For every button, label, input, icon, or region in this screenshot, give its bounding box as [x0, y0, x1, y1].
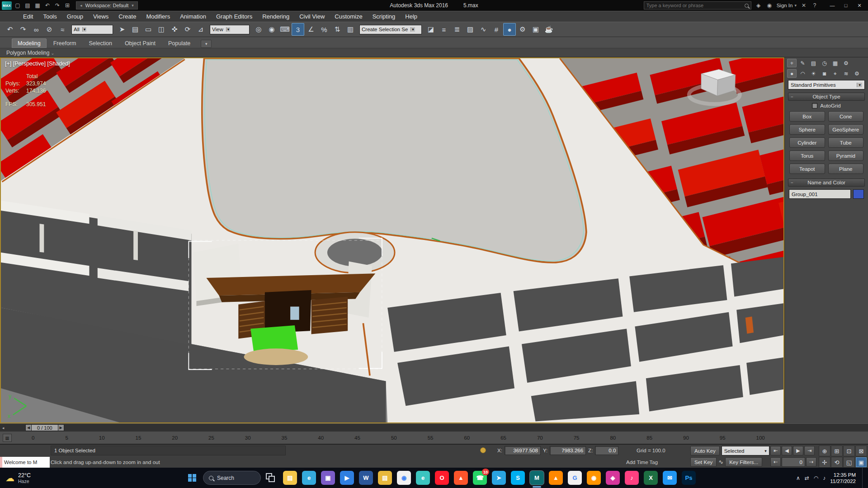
keyboard-override-icon[interactable]: ⌨ — [278, 23, 291, 36]
menu-item[interactable]: Group — [62, 11, 88, 22]
reference-coordinate-dropdown[interactable]: View — [210, 25, 250, 34]
help-icon[interactable]: ? — [810, 1, 819, 10]
volume-icon[interactable]: ♪ — [823, 475, 826, 481]
shapes-icon[interactable]: ◠ — [798, 69, 807, 78]
go-end-icon[interactable]: ⇥ — [804, 446, 815, 455]
object-type-button[interactable]: GeoSphere — [828, 124, 864, 135]
next-key-icon[interactable]: ⇢ — [806, 457, 816, 467]
pan-icon[interactable]: ✢ — [819, 457, 830, 468]
select-by-name-icon[interactable]: ▤ — [129, 23, 142, 36]
modify-tab-icon[interactable]: ✎ — [798, 59, 807, 67]
object-type-button[interactable]: Tube — [828, 137, 864, 148]
menu-item[interactable]: Animation — [175, 11, 211, 22]
object-type-button[interactable]: Cone — [828, 111, 864, 122]
task-view-button[interactable] — [264, 471, 278, 485]
window-crossing-icon[interactable]: ◫ — [155, 23, 168, 36]
save-file-icon[interactable]: ▦ — [33, 1, 42, 10]
taskbar-app[interactable]: ➤ — [492, 471, 506, 485]
display-tab-icon[interactable]: ▦ — [830, 59, 840, 67]
mini-curve-editor-icon[interactable]: ▦ — [3, 434, 12, 442]
show-desktop-button[interactable] — [862, 468, 864, 488]
search-icon[interactable] — [745, 4, 749, 8]
selection-filter-dropdown[interactable]: All — [71, 25, 113, 34]
ribbon-tab[interactable]: Freeform — [47, 38, 82, 48]
align-icon[interactable]: ≡ — [438, 23, 450, 36]
name-color-rollout[interactable]: − Name and Color — [788, 178, 865, 187]
angle-snap-icon[interactable]: ∠ — [305, 23, 317, 36]
object-type-rollout[interactable]: − Object Type — [788, 93, 865, 101]
zoom-all-icon[interactable]: ⊞ — [831, 446, 843, 456]
menu-item[interactable]: Rendering — [257, 11, 294, 22]
start-button[interactable] — [184, 470, 200, 486]
material-editor-icon[interactable]: ● — [503, 23, 516, 36]
motion-tab-icon[interactable]: ◷ — [820, 59, 829, 67]
key-filters-button[interactable]: Key Filters... — [725, 457, 762, 467]
polygon-modeling-panel[interactable]: Polygon Modeling — [6, 50, 55, 56]
ribbon-tab[interactable]: Populate — [162, 38, 196, 48]
taskbar-clock[interactable]: 12:35 PM 11/27/2022 — [830, 472, 856, 484]
taskbar-app[interactable]: ▣ — [321, 471, 335, 485]
taskbar-app[interactable]: G — [568, 471, 582, 485]
taskbar-app[interactable]: O — [435, 471, 449, 485]
workspace-prev-icon[interactable]: ◂ — [80, 3, 82, 8]
taskbar-app[interactable]: ◉ — [397, 471, 411, 485]
taskbar-app[interactable]: ◉ — [587, 471, 601, 485]
zoom-region-icon[interactable]: ⊠ — [855, 446, 867, 456]
undo-icon[interactable]: ↶ — [43, 1, 52, 10]
redo-icon[interactable]: ↷ — [17, 23, 29, 36]
ribbon-tab[interactable]: Selection — [83, 38, 118, 48]
taskbar-app[interactable]: ▤ — [283, 471, 297, 485]
x-coordinate-field[interactable]: 36977.508 — [505, 446, 541, 455]
menu-item[interactable]: Customize — [330, 11, 367, 22]
autogrid-checkbox[interactable] — [812, 103, 817, 108]
create-tab-icon[interactable]: + — [787, 59, 797, 67]
menu-item[interactable]: Create — [113, 11, 141, 22]
taskbar-app[interactable]: Ps — [682, 471, 696, 485]
z-coordinate-field[interactable]: 0.0 — [595, 446, 618, 455]
systems-icon[interactable]: ⚙ — [852, 69, 862, 78]
y-coordinate-field[interactable]: 7983.266 — [550, 446, 586, 455]
taskbar-app[interactable]: S — [511, 471, 525, 485]
unlink-icon[interactable]: ⊘ — [43, 23, 56, 36]
perspective-viewport[interactable]: x y [+] [Perspective] [Shaded] Total Pol… — [0, 57, 784, 423]
prev-frame-icon[interactable]: ◀ — [25, 424, 32, 431]
cameras-icon[interactable]: ◙ — [820, 69, 829, 78]
menu-item[interactable]: Modifiers — [141, 11, 175, 22]
utilities-tab-icon[interactable]: ⚙ — [841, 59, 851, 67]
graphite-ribbon-icon[interactable]: ▨ — [464, 23, 476, 36]
hidden-icons-chevron[interactable]: ∧ — [796, 475, 800, 481]
object-type-button[interactable]: Cylinder — [789, 137, 825, 148]
menu-item[interactable]: Edit — [18, 11, 38, 22]
maximize-viewport-icon[interactable]: ▣ — [855, 457, 867, 468]
auto-key-button[interactable]: Auto Key — [690, 446, 720, 455]
layer-manager-icon[interactable]: ≣ — [451, 23, 463, 36]
object-type-button[interactable]: Torus — [789, 150, 825, 161]
menu-item[interactable]: Scripting — [368, 11, 401, 22]
user-icon[interactable]: ◉ — [765, 1, 774, 10]
menu-item[interactable]: Views — [88, 11, 113, 22]
geometry-icon[interactable]: ● — [787, 69, 797, 78]
taskbar-app[interactable]: ▤ — [378, 471, 392, 485]
workspace-dropdown[interactable]: ◂ Workspace: Default ▾ — [76, 1, 138, 9]
object-type-button[interactable]: Box — [789, 111, 825, 122]
render-production-icon[interactable]: ☕ — [542, 23, 555, 36]
object-type-button[interactable]: Pyramid — [828, 150, 864, 161]
selection-lock-icon[interactable] — [480, 447, 486, 453]
min-viewport-icon[interactable]: ◱ — [843, 457, 855, 468]
next-frame-icon[interactable]: ▶ — [58, 424, 64, 431]
open-file-icon[interactable]: ▤ — [23, 1, 32, 10]
set-key-button[interactable]: Set Key — [690, 457, 717, 467]
spacewarps-icon[interactable]: ≋ — [841, 69, 851, 78]
prev-frame-icon[interactable]: ◀ — [782, 446, 792, 455]
use-pivot-center-icon[interactable]: ◎ — [252, 23, 265, 36]
taskbar-app[interactable]: ▲ — [454, 471, 468, 485]
orbit-icon[interactable]: ⟲ — [831, 457, 843, 468]
object-type-button[interactable]: Teapot — [789, 164, 825, 174]
zoom-icon[interactable]: ⊕ — [819, 446, 830, 456]
add-time-tag[interactable]: Add Time Tag — [626, 458, 658, 467]
taskbar-app[interactable]: X — [644, 471, 658, 485]
rendered-frame-icon[interactable]: ▣ — [529, 23, 542, 36]
track-bar[interactable]: ▦ 05101520253035404550556065707580859095… — [0, 432, 868, 444]
info-center-icon[interactable]: ◈ — [754, 1, 763, 10]
curve-editor-icon[interactable]: ∿ — [477, 23, 490, 36]
